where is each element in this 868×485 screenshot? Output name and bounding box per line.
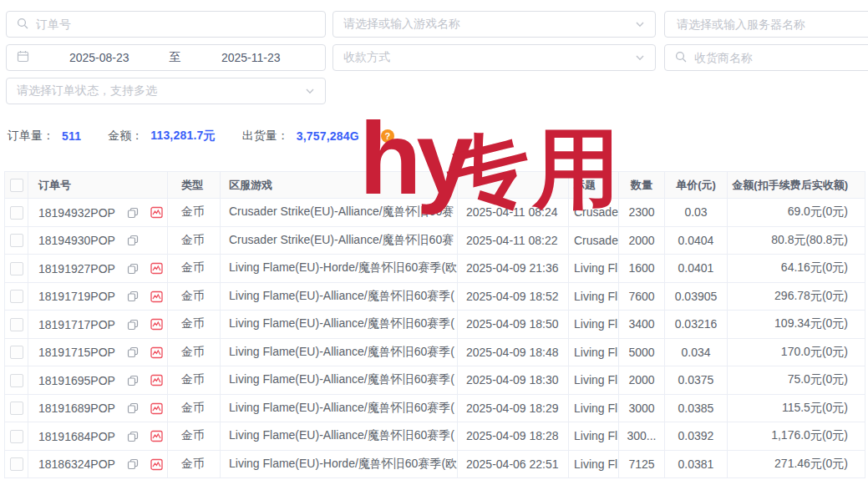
cell-game: Living Flame(EU)-Alliance/魔兽怀旧60赛季(: [221, 394, 458, 422]
order-status-select[interactable]: 请选择订单状态，支持多选: [6, 78, 326, 104]
image-icon[interactable]: [150, 374, 163, 386]
cell-qty: 3000: [619, 394, 665, 422]
row-checkbox[interactable]: [10, 346, 23, 359]
search-icon: [17, 18, 28, 32]
row-checkbox[interactable]: [10, 430, 23, 443]
merchant-name-input[interactable]: [664, 44, 868, 71]
cell-time: 2025-04-09 21:36: [458, 255, 569, 283]
image-icon[interactable]: [150, 430, 163, 442]
cell-qty: 7600: [619, 282, 665, 311]
cell-type: 金币: [168, 255, 221, 283]
copy-icon[interactable]: [127, 290, 139, 302]
cell-price: 0.0385: [665, 394, 728, 422]
server-name-field[interactable]: [675, 17, 868, 32]
orders-table: 订单号 类型 区服游戏 标题 数量 单价(元) 金额(扣手续费后实收额) 181…: [4, 171, 865, 478]
cell-qty: 2000: [619, 226, 665, 255]
table-row: 18186324POP 金币 Living Flame(EU)-Horde/魔兽…: [5, 450, 865, 478]
cell-game: Living Flame(EU)-Alliance/魔兽怀旧60赛季(: [221, 282, 458, 311]
table-row: 18194932POP 金币 Crusader Strike(EU)-Allia…: [5, 199, 865, 227]
row-checkbox[interactable]: [10, 234, 23, 247]
image-icon[interactable]: [150, 262, 163, 275]
status-select-placeholder: 请选择订单状态，支持多选: [17, 83, 299, 99]
cell-game: Living Flame(EU)-Horde/魔兽怀旧60赛季(欧: [221, 450, 458, 478]
cell-price: 0.0401: [665, 255, 728, 283]
cell-game: Living Flame(EU)-Alliance/魔兽怀旧60赛季(: [221, 366, 458, 395]
order-number: 18186324POP: [38, 457, 115, 471]
image-icon[interactable]: [150, 318, 163, 331]
copy-icon[interactable]: [127, 402, 139, 414]
date-start-value[interactable]: 2025-08-23: [35, 51, 164, 64]
cell-time: 2025-04-09 18:30: [458, 366, 569, 395]
row-checkbox[interactable]: [10, 206, 23, 220]
row-checkbox[interactable]: [10, 402, 23, 415]
select-all-checkbox[interactable]: [10, 179, 23, 192]
row-checkbox[interactable]: [10, 374, 23, 387]
game-select-placeholder: 请选择或输入游戏名称: [343, 17, 629, 32]
copy-icon[interactable]: [127, 263, 139, 275]
stat-amount: 金额： 113,281.7元: [108, 129, 216, 144]
cell-title: Crusade: [569, 226, 619, 255]
header-amount: 金额(扣手续费后实收额): [728, 172, 865, 199]
copy-icon[interactable]: [127, 375, 139, 386]
date-range-picker[interactable]: 2025-08-23 至 2025-11-23: [6, 44, 326, 71]
stat-shipment-value: 3,757,284G: [297, 129, 359, 143]
image-icon[interactable]: [150, 402, 163, 415]
cell-price: 0.03: [665, 199, 728, 227]
cell-type: 金币: [168, 199, 221, 227]
cell-type: 金币: [168, 338, 221, 366]
order-number-search-input[interactable]: [6, 11, 326, 38]
cell-amount: 80.8元(80.8元): [728, 226, 865, 255]
cell-price: 0.034: [665, 338, 728, 366]
chevron-down-icon: [305, 86, 315, 96]
stat-amount-value: 113,281.7元: [150, 129, 216, 144]
copy-icon[interactable]: [127, 346, 139, 358]
cell-time: 2025-04-11 08:22: [458, 226, 569, 255]
stat-shipment-label: 出货量：: [242, 129, 289, 144]
image-icon[interactable]: [150, 290, 163, 303]
stat-shipment: 出货量： 3,757,284G: [242, 129, 359, 144]
cell-time: 2025-04-09 18:50: [458, 311, 569, 339]
cell-qty: 3400: [619, 311, 665, 339]
order-number-field[interactable]: [34, 17, 315, 32]
cell-title: Living Fl: [569, 450, 619, 478]
cell-time: 2025-04-06 22:51: [458, 450, 569, 478]
date-end-value[interactable]: 2025-11-23: [187, 51, 316, 64]
header-order-no: 订单号: [28, 172, 168, 199]
server-name-input[interactable]: [664, 11, 868, 38]
cell-amount: 170.0元(0元): [728, 338, 865, 366]
cell-qty: 7125: [619, 450, 665, 478]
copy-icon[interactable]: [127, 458, 139, 470]
merchant-name-field[interactable]: [693, 50, 868, 65]
date-range-separator: 至: [170, 50, 181, 65]
table-row: 18191927POP 金币 Living Flame(EU)-Horde/魔兽…: [5, 255, 865, 283]
image-icon[interactable]: [150, 458, 163, 471]
image-icon[interactable]: [150, 206, 163, 219]
cell-type: 金币: [168, 394, 221, 422]
row-checkbox[interactable]: [10, 457, 23, 471]
chevron-down-icon: [635, 19, 645, 29]
cell-time: 2025-04-09 18:29: [458, 394, 569, 422]
help-question-icon[interactable]: ?: [381, 129, 394, 143]
stat-order-count-value: 511: [62, 129, 81, 143]
row-checkbox[interactable]: [10, 318, 23, 331]
header-type: 类型: [168, 172, 221, 199]
cell-type: 金币: [168, 226, 221, 255]
cell-amount: 75.0元(0元): [728, 366, 865, 395]
cell-amount: 109.34元(0元): [728, 311, 865, 339]
cell-type: 金币: [168, 422, 221, 451]
cell-type: 金币: [168, 366, 221, 395]
cell-qty: 2000: [619, 366, 665, 395]
stat-order-count-label: 订单量：: [8, 129, 54, 144]
copy-icon[interactable]: [127, 431, 139, 442]
row-checkbox[interactable]: [10, 262, 23, 275]
copy-icon[interactable]: [127, 207, 139, 219]
payment-method-select[interactable]: 收款方式: [332, 44, 656, 71]
order-number: 18191695POP: [38, 374, 115, 387]
copy-icon[interactable]: [127, 235, 139, 246]
cell-game: Living Flame(EU)-Alliance/魔兽怀旧60赛季(: [221, 311, 458, 339]
image-icon[interactable]: [150, 346, 163, 359]
copy-icon[interactable]: [127, 319, 139, 331]
row-checkbox[interactable]: [10, 290, 23, 303]
stat-order-count: 订单量： 511: [8, 129, 81, 144]
game-name-select[interactable]: 请选择或输入游戏名称: [332, 11, 656, 38]
